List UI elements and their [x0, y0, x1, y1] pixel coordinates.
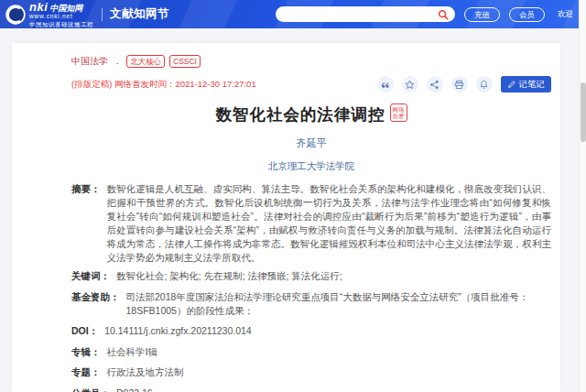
- doi-row: DOI： 10.14111/j.cnki.zgfx.20211230.014: [71, 324, 551, 338]
- affiliation-row: 北京理工大学法学院: [71, 157, 551, 173]
- album-label: 专辑：: [71, 345, 101, 359]
- topic-value: 行政法及地方法制: [107, 365, 552, 379]
- keywords-row: 关键词： 数智化社会; 架构化; 先在规制; 法律预嵌; 算法化运行;: [71, 269, 551, 283]
- brand-name: nki: [29, 1, 48, 13]
- meta-row: (排版定稿) 网络首发时间：2021-12-30 17:27:01: [71, 76, 551, 93]
- topic-label: 专题：: [71, 365, 101, 379]
- search-box[interactable]: [276, 6, 455, 22]
- keywords-value[interactable]: 数智化社会; 架构化; 先在规制; 法律预嵌; 算法化运行;: [116, 269, 551, 283]
- badge-cssci[interactable]: CSSCI: [169, 55, 201, 68]
- affiliation-link[interactable]: 北京理工大学法学院: [268, 160, 355, 171]
- topic-row: 专题： 行政法及地方法制: [71, 365, 551, 379]
- article-fields: 摘要： 数智化逻辑是人机互融、虚实同构、算法主导。数智化社会关系的架构化和建模化…: [71, 182, 551, 392]
- bell-icon[interactable]: [476, 76, 493, 93]
- welcome-link[interactable]: 欢迎: [558, 9, 573, 20]
- online-first-badge: 网络首发: [390, 103, 407, 122]
- abstract-text: 数智化逻辑是人机互融、虚实同构、算法主导。数智化社会关系的架构化和建模化，彻底改…: [107, 182, 552, 265]
- search-icon[interactable]: [438, 9, 449, 20]
- clc-row: 分类号： D922.16: [71, 387, 551, 392]
- journal-link[interactable]: 中国法学: [71, 55, 108, 68]
- title-row: 数智化社会的法律调控网络首发: [71, 103, 551, 125]
- article-title: 数智化社会的法律调控: [216, 105, 385, 124]
- scrollbar-track[interactable]: [579, 0, 586, 392]
- scrollbar-thumb[interactable]: [581, 82, 586, 142]
- publish-info: (排版定稿) 网络首发时间：2021-12-30 17:27:01: [71, 79, 256, 91]
- article-card: 中国法学 ． 北大核心 CSSCI (排版定稿) 网络首发时间：2021-12-…: [12, 43, 560, 392]
- journal-row: 中国法学 ． 北大核心 CSSCI: [71, 55, 551, 68]
- brand-name-cn: 中国知网: [49, 5, 82, 13]
- fund-label: 基金资助：: [71, 290, 120, 318]
- site-tagline: 中国知识基础设施工程: [29, 22, 93, 28]
- take-note-label: 记笔记: [519, 79, 546, 91]
- album-value: 社会科学Ⅰ辑: [107, 345, 552, 359]
- site-url: www.cnki.net: [29, 14, 93, 20]
- recharge-button[interactable]: 充值: [464, 7, 500, 22]
- fund-value: 司法部2018年度国家法治和法学理论研究重点项目“大数据与网络安全立法研究”（项…: [126, 290, 552, 318]
- page-title: 文献知网节: [110, 6, 169, 22]
- abstract-label: 摘要：: [71, 182, 101, 265]
- header-divider: [102, 8, 103, 21]
- journal-separator: ．: [113, 55, 122, 68]
- search-input[interactable]: [285, 10, 440, 24]
- doi-value: 10.14111/j.cnki.zgfx.20211230.014: [104, 324, 551, 338]
- pencil-icon: [507, 80, 516, 89]
- badge-pku-core[interactable]: 北大核心: [126, 55, 165, 68]
- star-icon[interactable]: [402, 76, 418, 93]
- cnki-logo-icon: [5, 4, 27, 26]
- article-toolbar: 记笔记: [377, 76, 552, 93]
- cnki-logo[interactable]: nki 中国知网 www.cnki.net 中国知识基础设施工程: [5, 1, 93, 27]
- author-row: 齐延平: [71, 134, 551, 150]
- print-icon[interactable]: [451, 76, 468, 93]
- abstract-row: 摘要： 数智化逻辑是人机互融、虚实同构、算法主导。数智化社会关系的架构化和建模化…: [71, 182, 551, 265]
- top-header: nki 中国知网 www.cnki.net 中国知识基础设施工程 文献知网节 充…: [0, 0, 586, 28]
- share-icon[interactable]: [427, 76, 443, 93]
- member-button[interactable]: 会员: [509, 7, 545, 22]
- clc-value: D922.16: [116, 387, 551, 392]
- keywords-label: 关键词：: [71, 269, 110, 283]
- take-note-button[interactable]: 记笔记: [501, 76, 552, 93]
- fund-row: 基金资助： 司法部2018年度国家法治和法学理论研究重点项目“大数据与网络安全立…: [71, 290, 551, 318]
- album-row: 专辑： 社会科学Ⅰ辑: [71, 345, 551, 359]
- clc-label: 分类号：: [71, 387, 110, 392]
- author-link[interactable]: 齐延平: [297, 137, 327, 148]
- doi-label: DOI：: [71, 324, 98, 338]
- quote-icon[interactable]: [377, 76, 394, 93]
